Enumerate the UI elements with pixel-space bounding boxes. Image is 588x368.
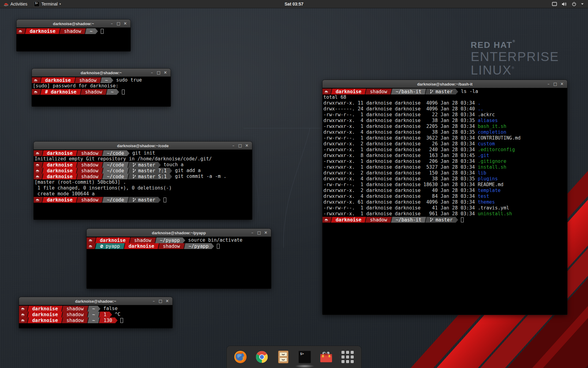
- chrome-icon[interactable]: [255, 350, 269, 364]
- terminal-window[interactable]: darknoise@shadow:~/pyapp–□✕darknoiseshad…: [87, 229, 271, 289]
- prompt-line: darknoiseshadow~: [17, 28, 130, 34]
- clock[interactable]: Sat 03:57: [285, 2, 303, 6]
- terminal-icon[interactable]: $>: [298, 350, 312, 364]
- maximize-button[interactable]: □: [238, 142, 243, 149]
- powerline-separator-icon: [27, 312, 29, 317]
- powerline-separator-icon: [76, 197, 78, 203]
- ls-output-row: drwxrwxr-x. 61 darknoise darknoise 4096 …: [322, 199, 567, 205]
- close-button[interactable]: ✕: [244, 142, 249, 149]
- window-titlebar[interactable]: darknoise@shadow:~–□✕: [32, 69, 171, 77]
- maximize-button[interactable]: □: [156, 69, 161, 76]
- minimize-button[interactable]: –: [109, 20, 114, 27]
- app-grid-icon[interactable]: [341, 350, 355, 364]
- redhat-fedora-icon: [21, 319, 25, 322]
- prompt-segment-hat: [32, 77, 40, 83]
- ls-row-details: -rw-rw-r--. 1 darknoise darknoise 3622 J…: [323, 135, 478, 141]
- close-button[interactable]: ✕: [263, 229, 268, 236]
- ls-row-filename: .gitignore: [478, 159, 506, 164]
- prompt-segment-git: master ?:1: [130, 168, 170, 174]
- terminal-body[interactable]: darknoiseshadow~sudo true[sudo] password…: [32, 77, 171, 95]
- redhat-fedora-icon: [324, 218, 328, 221]
- screen-icon[interactable]: [552, 2, 557, 6]
- minimize-button[interactable]: –: [546, 80, 551, 88]
- window-title: darknoise@shadow:~/code: [34, 144, 252, 148]
- git-branch-icon: [133, 174, 136, 179]
- powerline-separator-icon: [101, 150, 104, 156]
- command-text: ^C: [115, 312, 121, 317]
- close-button[interactable]: ✕: [560, 80, 564, 88]
- ls-output-row: -rwxrwxr-x. 1 darknoise darknoise 5327 J…: [322, 164, 567, 170]
- close-button[interactable]: ✕: [123, 20, 128, 27]
- app-menu-label: Terminal: [41, 2, 58, 6]
- ls-output-row: drwxrwxr-x. 4 darknoise darknoise 38 Jan…: [322, 176, 567, 182]
- minimize-button[interactable]: –: [151, 297, 156, 305]
- terminal-output-line: Initialized empty Git repository in /hom…: [34, 156, 252, 162]
- files-icon[interactable]: [276, 350, 290, 364]
- terminal-window[interactable]: darknoise@shadow:~–□✕darknoiseshadow~: [17, 20, 130, 51]
- powerline-separator-icon: [100, 77, 102, 83]
- prompt-segment-path: ~: [89, 317, 98, 323]
- powerline-separator-icon: [61, 317, 63, 323]
- prompt-segment-path: ~: [89, 312, 98, 317]
- prompt-segment-path: ~/bash-it: [393, 217, 424, 223]
- terminal-output-line: 1 file changed, 0 insertions(+), 0 delet…: [34, 185, 252, 191]
- ls-row-filename: test: [478, 194, 489, 199]
- maximize-button[interactable]: □: [158, 297, 163, 305]
- terminal-body[interactable]: darknoiseshadow~/codegit initInitialized…: [34, 150, 252, 203]
- terminal-body[interactable]: darknoiseshadow~falsedarknoiseshadow~1^C…: [19, 305, 172, 323]
- window-titlebar[interactable]: darknoise@shadow:~/pyapp–□✕: [87, 229, 271, 237]
- ls-row-details: drwxrwxr-x. 4 darknoise darknoise 38 Jan…: [323, 118, 478, 123]
- powerline-separator-icon: [76, 168, 78, 174]
- terminal-window[interactable]: darknoise@shadow:~/bash-it–□✕darknoisesh…: [322, 80, 567, 315]
- ls-output-row: -rw-rw-r--. 1 darknoise darknoise 18630 …: [322, 182, 567, 188]
- maximize-button[interactable]: □: [257, 229, 262, 236]
- maximize-button[interactable]: □: [116, 20, 121, 27]
- window-titlebar[interactable]: darknoise@shadow:~/code–□✕: [34, 142, 252, 150]
- powerline-separator-icon: [84, 28, 87, 34]
- volume-icon[interactable]: [562, 2, 567, 6]
- prompt-segment-host: shadow: [61, 28, 84, 34]
- ls-output-row: drwxrwxr-x. 4 darknoise darknoise 84 Jan…: [322, 194, 567, 199]
- registered-mark: ®: [512, 66, 515, 70]
- prompt-line: darknoiseshadow~/bash-itmasterls -la: [322, 89, 567, 94]
- terminal-body[interactable]: darknoiseshadow~/bash-itmasterls -latota…: [322, 88, 567, 223]
- app-menu-terminal[interactable]: $> Terminal ▾: [31, 0, 64, 8]
- ls-row-filename: .editorconfig: [478, 147, 515, 152]
- powerline-arrow-icon: [115, 318, 118, 323]
- activities-button[interactable]: Activities: [0, 0, 31, 8]
- powerline-separator-icon: [98, 312, 100, 317]
- toolbox-icon[interactable]: [319, 350, 333, 364]
- powerline-separator-icon: [364, 217, 367, 223]
- power-icon[interactable]: [572, 2, 576, 6]
- terminal-window[interactable]: darknoise@shadow:~/code–□✕darknoiseshado…: [34, 142, 252, 220]
- powerline-separator-icon: [87, 306, 89, 312]
- prompt-segment-path: ~: [87, 28, 96, 34]
- window-titlebar[interactable]: darknoise@shadow:~–□✕: [19, 297, 172, 305]
- window-titlebar[interactable]: darknoise@shadow:~–□✕: [17, 20, 130, 28]
- terminal-window[interactable]: darknoise@shadow:~–□✕darknoiseshadow~fal…: [19, 297, 172, 328]
- redhat-fedora-icon: [21, 313, 25, 316]
- ls-output-row: drwxrwxr-x. 11 darknoise darknoise 4096 …: [322, 100, 567, 106]
- firefox-icon[interactable]: [233, 350, 247, 364]
- window-titlebar[interactable]: darknoise@shadow:~/bash-it–□✕: [322, 80, 567, 88]
- prompt-segment-host: shadow: [78, 162, 101, 168]
- maximize-button[interactable]: □: [553, 80, 558, 88]
- chevron-down-icon: [581, 3, 584, 5]
- terminal-body[interactable]: darknoiseshadow~/pyappsource bin/activat…: [87, 237, 271, 249]
- minimize-button[interactable]: –: [231, 142, 236, 149]
- powerline-arrow-icon: [127, 151, 130, 156]
- status-area[interactable]: [552, 0, 588, 8]
- ls-row-details: -rwxrwxr-x. 1 darknoise darknoise 5327 J…: [323, 164, 478, 170]
- terminal-body[interactable]: darknoiseshadow~: [17, 28, 130, 34]
- powerline-separator-icon: [364, 89, 367, 94]
- close-button[interactable]: ✕: [165, 297, 170, 305]
- minimize-button[interactable]: –: [250, 229, 255, 236]
- prompt-segment-user: # darknoise: [42, 89, 80, 95]
- prompt-segment-host: shadow: [131, 237, 154, 243]
- command-text: git add a: [175, 168, 201, 174]
- minimize-button[interactable]: –: [149, 69, 154, 76]
- terminal-window[interactable]: darknoise@shadow:~–□✕darknoiseshadow~sud…: [32, 69, 171, 106]
- close-button[interactable]: ✕: [163, 69, 168, 76]
- prompt-segment-exit: 1: [100, 312, 109, 317]
- window-title: darknoise@shadow:~/bash-it: [322, 82, 567, 86]
